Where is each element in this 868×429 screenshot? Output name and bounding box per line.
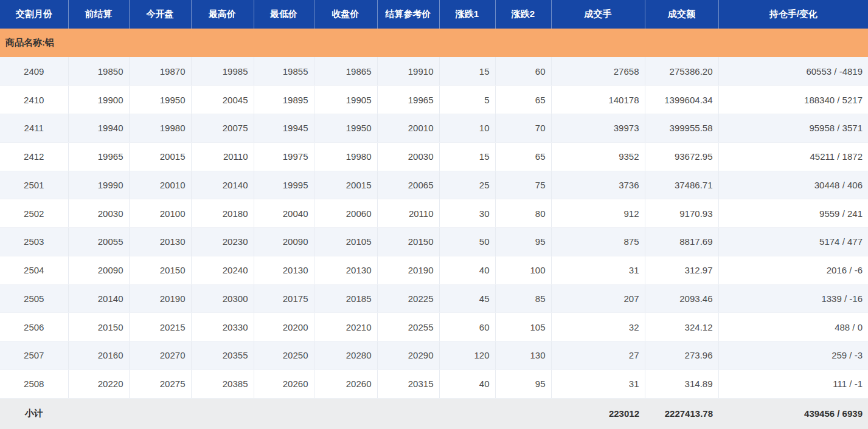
cell-turnover: 312.97 xyxy=(645,256,718,284)
cell-month: 2508 xyxy=(0,369,68,398)
cell-volume: 9352 xyxy=(551,142,645,171)
cell-open-interest-change: 95958 / 3571 xyxy=(718,114,868,143)
subtotal-cell-volume: 223012 xyxy=(551,398,645,429)
cell-prev-settlement: 19990 xyxy=(68,171,129,199)
cell-open: 20100 xyxy=(129,199,191,228)
subtotal-cell-prev-settlement xyxy=(68,398,129,429)
cell-turnover: 314.89 xyxy=(645,369,718,398)
cell-change1: 15 xyxy=(439,142,495,171)
cell-turnover: 1399604.34 xyxy=(645,86,718,114)
header-row: 交割月份前结算今开盘最高价最低价收盘价结算参考价涨跌1涨跌2成交手成交额持仓手/… xyxy=(0,0,868,29)
column-header-high: 最高价 xyxy=(191,0,254,29)
cell-prev-settlement: 19900 xyxy=(68,86,129,114)
cell-turnover: 275386.20 xyxy=(645,57,718,86)
cell-volume: 875 xyxy=(551,228,645,256)
cell-volume: 31 xyxy=(551,369,645,398)
cell-change2: 80 xyxy=(495,199,551,228)
futures-quotes-table: 交割月份前结算今开盘最高价最低价收盘价结算参考价涨跌1涨跌2成交手成交额持仓手/… xyxy=(0,0,868,429)
table-row: 2502200302010020180200402006020110308091… xyxy=(0,199,868,228)
cell-prev-settlement: 19940 xyxy=(68,114,129,143)
column-header-open-interest-change: 持仓手/变化 xyxy=(718,0,868,29)
column-header-volume: 成交手 xyxy=(551,0,645,29)
cell-volume: 27658 xyxy=(551,57,645,86)
cell-change1: 120 xyxy=(439,341,495,370)
table-row: 2409198501987019985198551986519910156027… xyxy=(0,57,868,86)
cell-month: 2409 xyxy=(0,57,68,86)
cell-turnover: 8817.69 xyxy=(645,228,718,256)
table-row: 2508202202027520385202602026020315409531… xyxy=(0,369,868,398)
cell-prev-settlement: 20090 xyxy=(68,256,129,284)
cell-change1: 30 xyxy=(439,199,495,228)
column-header-turnover: 成交额 xyxy=(645,0,718,29)
cell-volume: 3736 xyxy=(551,171,645,199)
cell-close: 20060 xyxy=(314,199,377,228)
subtotal-label: 小计 xyxy=(0,398,68,429)
cell-volume: 140178 xyxy=(551,86,645,114)
column-header-settlement-ref: 结算参考价 xyxy=(377,0,439,29)
cell-high: 20140 xyxy=(191,171,254,199)
cell-change2: 65 xyxy=(495,86,551,114)
cell-low: 20040 xyxy=(254,199,314,228)
subtotal-cell-open-interest-change: 439456 / 6939 xyxy=(718,398,868,429)
cell-high: 20110 xyxy=(191,142,254,171)
cell-settlement-ref: 20065 xyxy=(377,171,439,199)
commodity-name-label: 商品名称:铝 xyxy=(0,29,868,57)
cell-open: 20015 xyxy=(129,142,191,171)
cell-open-interest-change: 9559 / 241 xyxy=(718,199,868,228)
cell-volume: 32 xyxy=(551,313,645,341)
subtotal-section: 小计 2230122227413.78439456 / 6939 xyxy=(0,398,868,429)
cell-turnover: 9170.93 xyxy=(645,199,718,228)
cell-close: 20105 xyxy=(314,228,377,256)
cell-settlement-ref: 19910 xyxy=(377,57,439,86)
cell-change2: 65 xyxy=(495,142,551,171)
cell-open-interest-change: 259 / -3 xyxy=(718,341,868,370)
cell-open-interest-change: 111 / -1 xyxy=(718,369,868,398)
cell-settlement-ref: 20110 xyxy=(377,199,439,228)
cell-change2: 105 xyxy=(495,313,551,341)
subtotal-cell-settlement-ref xyxy=(377,398,439,429)
cell-prev-settlement: 19965 xyxy=(68,142,129,171)
cell-settlement-ref: 20030 xyxy=(377,142,439,171)
cell-low: 19995 xyxy=(254,171,314,199)
cell-high: 20230 xyxy=(191,228,254,256)
cell-open-interest-change: 45211 / 1872 xyxy=(718,142,868,171)
table-row: 2411199401998020075199451995020010107039… xyxy=(0,114,868,143)
cell-close: 19980 xyxy=(314,142,377,171)
cell-change1: 40 xyxy=(439,369,495,398)
cell-prev-settlement: 20055 xyxy=(68,228,129,256)
column-header-open: 今开盘 xyxy=(129,0,191,29)
cell-high: 20330 xyxy=(191,313,254,341)
cell-low: 19855 xyxy=(254,57,314,86)
cell-close: 19950 xyxy=(314,114,377,143)
cell-settlement-ref: 20190 xyxy=(377,256,439,284)
cell-month: 2501 xyxy=(0,171,68,199)
cell-open: 20270 xyxy=(129,341,191,370)
cell-month: 2503 xyxy=(0,228,68,256)
cell-close: 19905 xyxy=(314,86,377,114)
table-row: 2506201502021520330202002021020255601053… xyxy=(0,313,868,341)
cell-close: 20210 xyxy=(314,313,377,341)
cell-high: 19985 xyxy=(191,57,254,86)
cell-low: 19975 xyxy=(254,142,314,171)
cell-settlement-ref: 20255 xyxy=(377,313,439,341)
cell-close: 19865 xyxy=(314,57,377,86)
table-row: 2501199902001020140199952001520065257537… xyxy=(0,171,868,199)
cell-low: 19895 xyxy=(254,86,314,114)
cell-turnover: 273.96 xyxy=(645,341,718,370)
cell-change1: 40 xyxy=(439,256,495,284)
cell-volume: 912 xyxy=(551,199,645,228)
cell-change2: 75 xyxy=(495,171,551,199)
cell-open: 19950 xyxy=(129,86,191,114)
table-row: 2412199652001520110199751998020030156593… xyxy=(0,142,868,171)
cell-high: 20180 xyxy=(191,199,254,228)
cell-close: 20185 xyxy=(314,284,377,313)
cell-prev-settlement: 20030 xyxy=(68,199,129,228)
cell-month: 2412 xyxy=(0,142,68,171)
cell-month: 2411 xyxy=(0,114,68,143)
subtotal-cell-low xyxy=(254,398,314,429)
cell-turnover: 324.12 xyxy=(645,313,718,341)
cell-change2: 100 xyxy=(495,256,551,284)
cell-open-interest-change: 30448 / 406 xyxy=(718,171,868,199)
group-band: 商品名称:铝 xyxy=(0,29,868,57)
cell-low: 20130 xyxy=(254,256,314,284)
